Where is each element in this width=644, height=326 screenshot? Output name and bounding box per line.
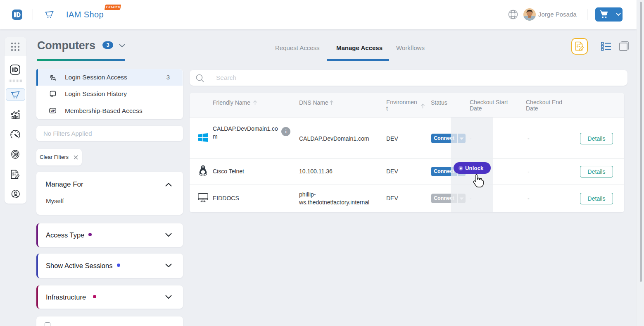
svg-text:VIP: VIP [50, 109, 55, 112]
